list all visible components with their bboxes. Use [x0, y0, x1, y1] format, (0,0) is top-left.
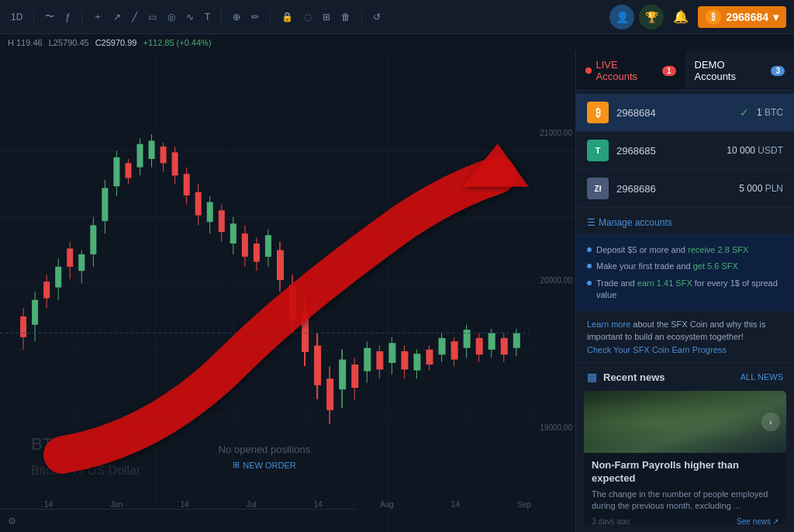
svg-rect-85	[451, 341, 458, 360]
no-positions-area: No opened positions ⊞ NEW ORDER	[0, 444, 529, 470]
main-content: BTC/USD 1D Bitcoin vs US Dollar 14 Jun 1…	[0, 51, 794, 532]
promo-text-1: Deposit $5 or more and receive 2.8 SFX	[596, 244, 748, 256]
learn-more-link[interactable]: Learn more	[587, 320, 630, 329]
account-selector[interactable]: ₿ 2968684 ▾	[698, 6, 786, 28]
svg-rect-45	[207, 202, 213, 223]
toolbar-separator-1	[33, 9, 34, 25]
account-id-btc: 2968684	[616, 107, 732, 119]
account-item-btc[interactable]: ₿ 2968684 ✓ 1 BTC	[576, 94, 794, 132]
svg-rect-49	[230, 223, 236, 244]
btc-badge-icon: ₿	[706, 9, 721, 25]
undo-icon[interactable]: ↺	[370, 10, 384, 24]
account-check-icon: ✓	[740, 106, 749, 119]
function-icon[interactable]: ƒ	[62, 10, 74, 24]
sfx-promo-section: Deposit $5 or more and receive 2.8 SFX M…	[576, 235, 794, 312]
promo-dot-1	[587, 247, 592, 252]
account-item-pln[interactable]: Zł 2968686 5 000 PLN	[576, 170, 794, 208]
tab-live-accounts[interactable]: LIVE Accounts 1	[576, 51, 685, 90]
time-axis: 14 Jun 14 Jul 14 Aug 14 Sep	[0, 500, 575, 509]
svg-rect-43	[195, 192, 202, 216]
toolbar-separator-3	[221, 9, 222, 25]
news-card[interactable]: › Non-Farm Payrolls higher than expected…	[584, 391, 786, 524]
svg-rect-35	[149, 140, 155, 159]
new-order-button[interactable]: ⊞ NEW ORDER	[233, 460, 295, 470]
wave-icon[interactable]: ∿	[183, 10, 197, 24]
svg-rect-13	[20, 316, 26, 337]
rectangle-icon[interactable]: ▭	[145, 10, 160, 24]
notifications-button[interactable]: 🔔	[668, 5, 693, 29]
time-label-jun: Jun	[110, 500, 123, 509]
layers-icon[interactable]: ⊞	[319, 10, 333, 24]
svg-rect-55	[265, 235, 271, 257]
eye-off-icon[interactable]: ◌	[301, 10, 315, 24]
price-level-1: 21000.00	[532, 129, 572, 137]
chart-area[interactable]: BTC/USD 1D Bitcoin vs US Dollar 14 Jun 1…	[0, 51, 575, 532]
account-id-label: 2968684	[726, 11, 768, 23]
toolbar-right: 👤 🏆 🔔 ₿ 2968684 ▾	[609, 5, 786, 29]
magnify-icon[interactable]: ⊕	[230, 10, 243, 24]
trash-icon[interactable]: 🗑	[338, 10, 354, 24]
all-news-link[interactable]: ALL NEWS	[740, 372, 783, 382]
account-list: ₿ 2968684 ✓ 1 BTC T 2968685 10 000 USDT …	[576, 91, 794, 211]
svg-rect-61	[302, 313, 309, 352]
svg-rect-59	[289, 285, 296, 320]
promo-dot-2	[587, 264, 592, 268]
text-tool-icon[interactable]: T	[202, 10, 213, 24]
manage-icon: ☰	[587, 217, 596, 228]
lock-icon[interactable]: 🔒	[278, 10, 296, 24]
add-tool-icon[interactable]: ＋	[90, 9, 105, 25]
manage-label: Manage accounts	[599, 217, 672, 228]
svg-rect-75	[388, 343, 395, 363]
price-level-3: 19000.00	[532, 423, 572, 432]
timeframe-selector[interactable]: 1D	[8, 10, 26, 24]
promo-item-1: Deposit $5 or more and receive 2.8 SFX	[587, 244, 783, 256]
see-news-link[interactable]: See news ↗	[737, 517, 778, 524]
trendline-icon[interactable]: ╱	[129, 10, 140, 24]
pin-icon[interactable]: ◎	[164, 10, 178, 24]
svg-rect-95	[513, 333, 520, 347]
right-panel: LIVE Accounts 1 DEMO Accounts 3 ₿ 296868…	[575, 51, 794, 532]
news-icon: ▦	[587, 371, 597, 383]
account-item-usdt[interactable]: T 2968685 10 000 USDT	[576, 132, 794, 170]
time-label-jul: Jul	[247, 500, 257, 509]
pen-icon[interactable]: ✏	[248, 10, 262, 24]
svg-rect-31	[125, 163, 131, 178]
account-id-usdt: 2968685	[616, 145, 719, 157]
live-tab-label: LIVE Accounts	[596, 59, 658, 82]
news-timestamp: 3 days ago	[592, 517, 630, 524]
settings-icon[interactable]: ⚙	[8, 516, 16, 527]
demo-tab-label: DEMO Accounts	[695, 59, 767, 82]
svg-rect-53	[254, 244, 260, 262]
news-headline: Non-Farm Payrolls higher than expected	[592, 459, 778, 485]
toolbar-separator-2	[81, 9, 82, 25]
news-section-title: Recent news	[603, 371, 734, 383]
svg-rect-91	[488, 333, 495, 349]
time-label-4: 14	[451, 500, 460, 509]
price-low: L25790.45	[49, 38, 89, 47]
news-footer: 3 days ago See news ↗	[592, 517, 778, 524]
svg-rect-65	[326, 378, 333, 410]
tab-demo-accounts[interactable]: DEMO Accounts 3	[685, 51, 795, 90]
check-progress-link[interactable]: Check Your SFX Coin Earn Progress	[587, 345, 727, 354]
user-avatar-button[interactable]: 👤	[609, 5, 634, 29]
svg-rect-19	[55, 267, 61, 288]
new-order-label: NEW ORDER	[243, 461, 295, 470]
svg-rect-87	[464, 330, 471, 348]
cursor-icon[interactable]: ↗	[110, 10, 124, 24]
news-next-button[interactable]: ›	[761, 413, 780, 431]
svg-rect-25	[90, 225, 96, 254]
promo-text-3: Trade and earn 1.41 SFX for every 1$ of …	[596, 278, 783, 302]
manage-accounts-link[interactable]: ☰ Manage accounts	[576, 211, 794, 235]
svg-rect-15	[32, 300, 38, 325]
usdt-coin-icon: T	[587, 140, 609, 161]
toolbar-separator-4	[270, 9, 271, 25]
promo-dot-3	[587, 281, 592, 285]
svg-rect-17	[43, 282, 50, 298]
time-label-2: 14	[181, 500, 189, 509]
chevron-down-icon: ▾	[773, 11, 778, 23]
svg-rect-37	[161, 147, 167, 163]
oscillator-icon[interactable]: 〜	[42, 9, 57, 25]
svg-rect-73	[376, 351, 383, 370]
award-icon-button[interactable]: 🏆	[639, 5, 664, 29]
pln-coin-icon: Zł	[587, 178, 609, 199]
